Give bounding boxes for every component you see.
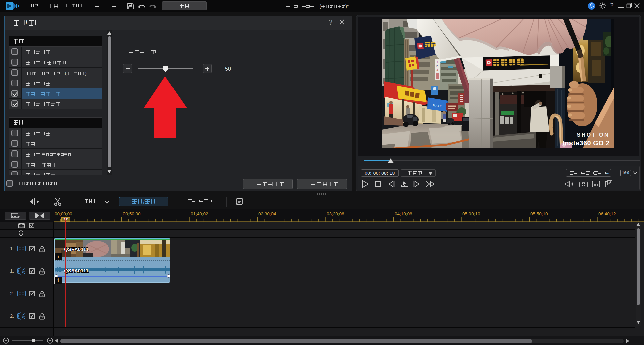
svg-text:B: B xyxy=(436,64,438,68)
svg-text:SHOT ON: SHOT ON xyxy=(577,132,609,138)
svg-text:T: T xyxy=(436,60,438,64)
svg-text:A: A xyxy=(436,69,438,72)
svg-text:Insta360 GO 2: Insta360 GO 2 xyxy=(563,139,610,147)
